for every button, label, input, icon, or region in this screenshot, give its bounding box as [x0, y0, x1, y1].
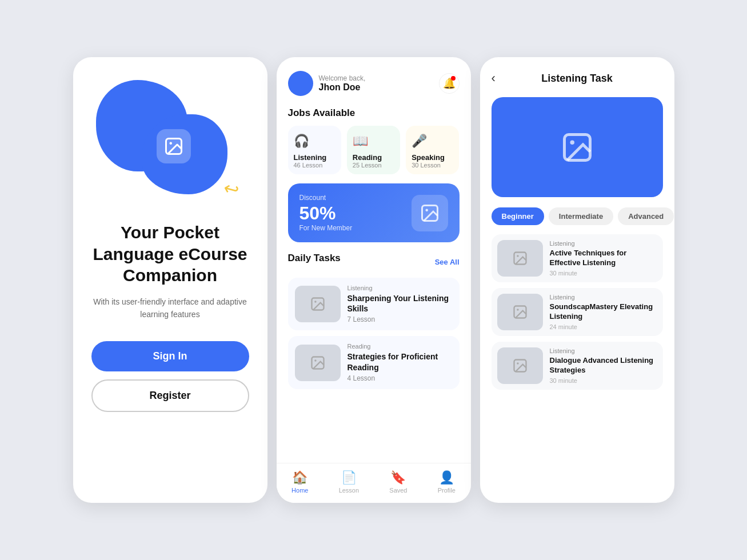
nav-lesson-label: Lesson	[339, 487, 359, 494]
lesson-thumb-2	[497, 294, 543, 330]
speaking-name: Speaking	[412, 153, 453, 162]
discount-image	[412, 195, 448, 231]
lesson-title-3: Dialogue Advanced Listening Strategies	[550, 356, 657, 375]
hero-image-icon	[157, 129, 191, 163]
register-button[interactable]: Register	[91, 379, 249, 412]
reading-icon: 📖	[353, 134, 394, 149]
task-category-reading: Reading	[347, 343, 453, 350]
lesson-duration-3: 30 minute	[550, 377, 657, 384]
lesson-icon: 📄	[341, 470, 357, 485]
welcome-text: Welcome back,	[319, 74, 366, 82]
lesson-info-3: Listening Dialogue Advanced Listening St…	[550, 347, 657, 384]
signin-button[interactable]: Sign In	[91, 341, 249, 371]
task-lessons-reading: 4 Lesson	[347, 374, 453, 382]
svg-point-3	[425, 209, 428, 211]
app-subtitle: With its user-friendly interface and ada…	[91, 295, 249, 321]
reading-lessons: 25 Lesson	[353, 162, 394, 169]
nav-lesson[interactable]: 📄 Lesson	[339, 470, 359, 494]
screen-login: ↩ Your Pocket Language eCourse Companion…	[73, 57, 267, 503]
lesson-card-1[interactable]: Listening Active Techniques for Effectiv…	[492, 234, 663, 282]
lesson-info-1: Listening Active Techniques for Effectiv…	[550, 240, 657, 277]
lesson-cat-1: Listening	[550, 240, 657, 247]
daily-tasks-header: Daily Tasks See All	[288, 253, 460, 271]
lesson-cat-2: Listening	[550, 294, 657, 301]
job-card-listening[interactable]: 🎧 Listening 46 Lesson	[288, 126, 341, 174]
task-thumb-listening	[295, 286, 341, 322]
notification-dot	[451, 76, 456, 81]
lesson-title-1: Active Techniques for Effective Listenin…	[550, 249, 657, 268]
lesson-info-2: Listening SoundscapMastery Elevating Lis…	[550, 294, 657, 330]
discount-info: Discount 50% For New Member	[299, 194, 353, 232]
lesson-title-2: SoundscapMastery Elevating Listening	[550, 302, 657, 322]
user-info: Welcome back, Jhon Doe	[288, 71, 366, 96]
svg-point-9	[570, 140, 574, 145]
screen-home: Welcome back, Jhon Doe 🔔 Jobs Available …	[277, 57, 471, 503]
hero-illustration: ↩	[96, 80, 245, 206]
saved-icon: 🔖	[390, 470, 406, 485]
lesson-duration-1: 30 minute	[550, 270, 657, 277]
task-info-reading: Reading Strategies for Proficient Readin…	[347, 343, 453, 382]
discount-banner[interactable]: Discount 50% For New Member	[288, 183, 460, 242]
filter-tabs: Beginner Intermediate Advanced	[492, 207, 663, 225]
reading-name: Reading	[353, 153, 394, 162]
listening-icon: 🎧	[294, 134, 335, 149]
task-lessons-listening: 7 Lesson	[347, 315, 453, 323]
discount-percent: 50%	[299, 203, 353, 224]
lesson-duration-2: 24 minute	[550, 323, 657, 330]
nav-home-label: Home	[291, 487, 308, 494]
user-avatar	[288, 71, 313, 96]
screens-container: ↩ Your Pocket Language eCourse Companion…	[73, 57, 674, 503]
listening-task-content: ‹ Listening Task Beginner Intermediate A…	[480, 57, 674, 503]
screen-listening-task: ‹ Listening Task Beginner Intermediate A…	[480, 57, 674, 503]
user-text: Welcome back, Jhon Doe	[319, 74, 366, 93]
filter-advanced[interactable]: Advanced	[618, 207, 674, 225]
jobs-section-title: Jobs Available	[288, 107, 460, 119]
task-card-reading[interactable]: Reading Strategies for Proficient Readin…	[288, 336, 460, 389]
app-title: Your Pocket Language eCourse Companion	[91, 222, 249, 286]
svg-point-5	[314, 301, 317, 303]
notification-bell[interactable]: 🔔	[439, 73, 460, 94]
task-info-listening: Listening Sharpening Your Listening Skil…	[347, 285, 453, 323]
job-card-speaking[interactable]: 🎤 Speaking 30 Lesson	[406, 126, 459, 174]
nav-profile-label: Profile	[438, 487, 456, 494]
lesson-card-2[interactable]: Listening SoundscapMastery Elevating Lis…	[492, 288, 663, 336]
task-category-listening: Listening	[347, 285, 453, 291]
back-header: ‹ Listening Task	[492, 69, 663, 88]
nav-saved-label: Saved	[389, 487, 407, 494]
nav-saved[interactable]: 🔖 Saved	[389, 470, 407, 494]
bottom-nav: 🏠 Home 📄 Lesson 🔖 Saved 👤 Profile	[277, 463, 471, 503]
job-card-reading[interactable]: 📖 Reading 25 Lesson	[347, 126, 400, 174]
discount-label: Discount	[299, 194, 353, 202]
user-name: Jhon Doe	[319, 82, 366, 93]
lesson-thumb-1	[497, 240, 543, 277]
nav-home[interactable]: 🏠 Home	[291, 470, 308, 494]
home-content: Welcome back, Jhon Doe 🔔 Jobs Available …	[277, 57, 471, 463]
svg-point-13	[517, 309, 519, 311]
svg-point-7	[314, 359, 317, 362]
filter-intermediate[interactable]: Intermediate	[549, 207, 613, 225]
lesson-thumb-3	[497, 347, 543, 384]
svg-point-1	[169, 142, 172, 145]
task-title-reading: Strategies for Proficient Reading	[347, 351, 453, 372]
nav-profile[interactable]: 👤 Profile	[438, 470, 456, 494]
see-all-link[interactable]: See All	[435, 258, 460, 266]
listening-lessons: 46 Lesson	[294, 162, 335, 169]
task-title-listening: Sharpening Your Listening Skills	[347, 293, 453, 314]
arrow-decoration: ↩	[221, 177, 241, 202]
back-button[interactable]: ‹	[492, 69, 500, 88]
speaking-icon: 🎤	[412, 134, 453, 149]
lesson-cat-3: Listening	[550, 347, 657, 354]
lesson-card-3[interactable]: Listening Dialogue Advanced Listening St…	[492, 342, 663, 390]
profile-icon: 👤	[439, 470, 454, 485]
filter-beginner[interactable]: Beginner	[492, 207, 544, 225]
discount-sub: For New Member	[299, 224, 353, 232]
task-thumb-reading	[295, 345, 341, 381]
daily-tasks-title: Daily Tasks	[288, 253, 341, 264]
listening-task-title: Listening Task	[541, 73, 613, 85]
home-header: Welcome back, Jhon Doe 🔔	[288, 71, 460, 96]
svg-point-15	[517, 362, 519, 365]
svg-point-11	[517, 255, 519, 257]
task-card-listening[interactable]: Listening Sharpening Your Listening Skil…	[288, 278, 460, 330]
speaking-lessons: 30 Lesson	[412, 162, 453, 169]
listening-name: Listening	[294, 153, 335, 162]
